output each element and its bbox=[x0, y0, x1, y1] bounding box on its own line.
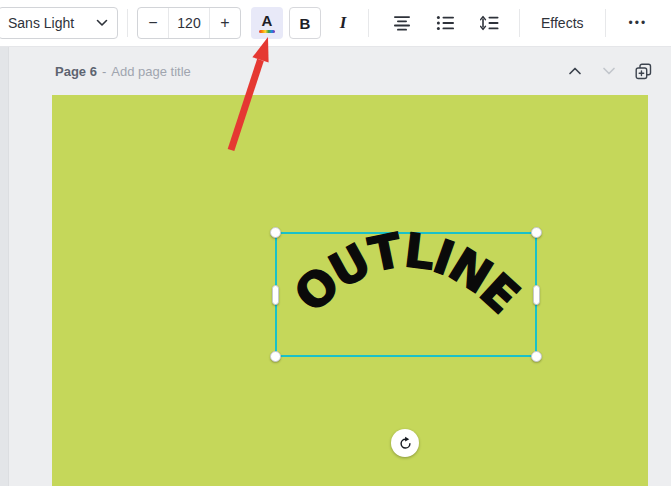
toolbar-divider bbox=[519, 9, 520, 37]
move-page-down-button[interactable] bbox=[599, 61, 619, 81]
resize-handle-east[interactable] bbox=[533, 285, 540, 305]
curved-text[interactable]: OUTLINE bbox=[284, 222, 529, 323]
rotate-handle[interactable] bbox=[391, 429, 419, 457]
text-color-rainbow-bar bbox=[259, 30, 275, 33]
more-options-button[interactable]: ••• bbox=[617, 7, 660, 39]
resize-handle-se[interactable] bbox=[531, 351, 542, 362]
chevron-down-icon bbox=[602, 66, 616, 76]
page-actions bbox=[565, 61, 653, 81]
page-header: Page 6 - Add page title bbox=[8, 47, 671, 95]
font-size-control: − 120 + bbox=[137, 7, 241, 39]
effects-button[interactable]: Effects bbox=[529, 7, 596, 39]
resize-handle-sw[interactable] bbox=[270, 351, 281, 362]
bullet-list-icon bbox=[436, 15, 456, 31]
toolbar-divider bbox=[605, 9, 606, 37]
italic-button[interactable]: I bbox=[327, 7, 359, 39]
resize-handle-ne[interactable] bbox=[531, 227, 542, 238]
toolbar-divider bbox=[127, 9, 128, 37]
curved-text-element[interactable]: OUTLINE bbox=[275, 226, 537, 361]
selection-box: OUTLINE bbox=[275, 232, 537, 357]
resize-handle-west[interactable] bbox=[272, 285, 279, 305]
text-toolbar: Sans Light − 120 + A B I bbox=[0, 0, 671, 47]
svg-text:OUTLINE: OUTLINE bbox=[284, 222, 529, 323]
bold-button[interactable]: B bbox=[289, 7, 321, 39]
duplicate-page-icon bbox=[635, 63, 652, 80]
line-spacing-button[interactable] bbox=[470, 7, 510, 39]
bullet-list-button[interactable] bbox=[426, 7, 466, 39]
font-size-value[interactable]: 120 bbox=[168, 8, 210, 38]
resize-handle-nw[interactable] bbox=[270, 227, 281, 238]
chevron-down-icon bbox=[96, 19, 108, 27]
toolbar-divider bbox=[368, 9, 369, 37]
page-title-row: Page 6 - Add page title bbox=[55, 64, 191, 79]
design-editor-window: Sans Light − 120 + A B I bbox=[0, 0, 671, 486]
left-panel-edge bbox=[0, 47, 9, 486]
page-title-separator: - bbox=[102, 64, 106, 79]
move-page-up-button[interactable] bbox=[565, 61, 585, 81]
font-size-decrease-button[interactable]: − bbox=[138, 8, 168, 38]
text-color-button[interactable]: A bbox=[251, 7, 283, 39]
page-number-label: Page 6 bbox=[55, 64, 97, 79]
design-canvas[interactable]: OUTLINE bbox=[52, 95, 648, 486]
workspace: Page 6 - Add page title bbox=[0, 47, 671, 486]
rotate-icon bbox=[398, 436, 413, 451]
line-spacing-icon bbox=[480, 15, 500, 31]
duplicate-page-button[interactable] bbox=[633, 61, 653, 81]
align-center-icon bbox=[392, 15, 412, 31]
text-align-button[interactable] bbox=[382, 7, 422, 39]
font-family-value: Sans Light bbox=[8, 15, 74, 31]
font-size-increase-button[interactable]: + bbox=[210, 8, 240, 38]
text-color-letter: A bbox=[262, 13, 273, 28]
chevron-up-icon bbox=[568, 66, 582, 76]
font-family-selector[interactable]: Sans Light bbox=[0, 7, 118, 39]
page-title-input[interactable]: Add page title bbox=[111, 64, 191, 79]
